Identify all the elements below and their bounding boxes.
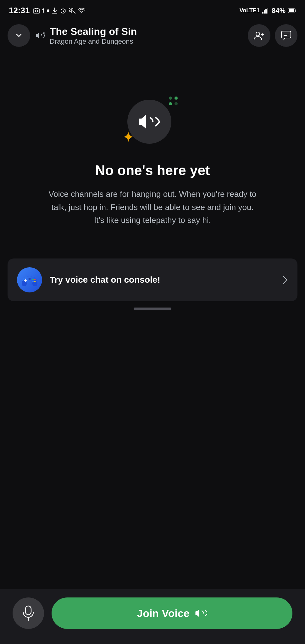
channel-name: The Sealing of Sin: [50, 25, 137, 37]
svg-rect-24: [25, 606, 31, 615]
mute-button[interactable]: [13, 597, 44, 629]
join-voice-label: Join Voice: [137, 607, 190, 619]
dot-indicator: [47, 9, 49, 12]
lte-label: VoLTE1: [240, 7, 260, 14]
svg-rect-9: [289, 9, 294, 12]
svg-point-19: [32, 279, 34, 280]
channel-header: The Sealing of Sin Dragon Age and Dungeo…: [0, 19, 305, 53]
svg-rect-2: [52, 13, 57, 14]
promo-section: Try voice chat on console!: [0, 246, 305, 319]
tumblr-icon: t: [42, 7, 45, 14]
svg-point-1: [35, 10, 37, 12]
photo-icon: [33, 8, 40, 14]
svg-point-22: [34, 280, 36, 282]
channel-text: The Sealing of Sin Dragon Age and Dungeo…: [50, 25, 137, 46]
status-bar: 12:31 t Vo: [0, 0, 305, 19]
voice-icon-wrapper: ✦: [127, 97, 178, 147]
back-button[interactable]: [8, 24, 30, 47]
alarm-icon: [60, 8, 66, 14]
svg-point-10: [43, 32, 45, 34]
svg-rect-6: [265, 9, 267, 14]
join-voice-button[interactable]: Join Voice: [52, 597, 292, 629]
svg-point-21: [32, 280, 34, 282]
signal-icon: [262, 8, 269, 14]
svg-rect-0: [33, 9, 40, 13]
download-icon: [52, 8, 58, 14]
bottom-bar: Join Voice: [0, 589, 305, 644]
channel-info: The Sealing of Sin Dragon Age and Dungeo…: [36, 25, 242, 46]
add-friend-button[interactable]: [248, 24, 270, 47]
promo-text: Try voice chat on console!: [50, 275, 275, 285]
svg-point-23: [29, 278, 31, 280]
sparkle-yellow-icon: ✦: [122, 129, 135, 146]
svg-rect-4: [262, 12, 263, 14]
empty-description: Voice channels are for hanging out. When…: [46, 188, 259, 227]
console-icon: [17, 267, 42, 292]
empty-title: No one's here yet: [95, 163, 210, 178]
svg-rect-7: [267, 8, 268, 14]
svg-rect-5: [264, 10, 265, 14]
status-right: VoLTE1 84%: [240, 7, 296, 15]
bottom-divider: [134, 308, 171, 310]
status-icons: t: [33, 7, 86, 14]
chat-button[interactable]: [275, 24, 297, 47]
svg-point-11: [256, 32, 260, 36]
battery-icon: [288, 8, 296, 13]
empty-state: ✦ No one's here yet Voice channels are f…: [0, 78, 305, 246]
battery-percent: 84%: [272, 7, 286, 15]
sparkle-green-icon: [169, 97, 178, 105]
wifi-icon: [78, 8, 85, 13]
svg-rect-18: [25, 279, 26, 282]
channel-speaker-icon: [36, 31, 45, 40]
promo-arrow-icon: [282, 275, 288, 285]
status-time: 12:31: [9, 6, 30, 15]
svg-rect-12: [281, 31, 291, 38]
header-actions: [248, 24, 297, 47]
server-name: Dragon Age and Dungeons: [50, 37, 137, 46]
console-promo-card[interactable]: Try voice chat on console!: [8, 258, 297, 301]
muted-icon: [69, 8, 76, 14]
svg-point-20: [34, 279, 36, 280]
